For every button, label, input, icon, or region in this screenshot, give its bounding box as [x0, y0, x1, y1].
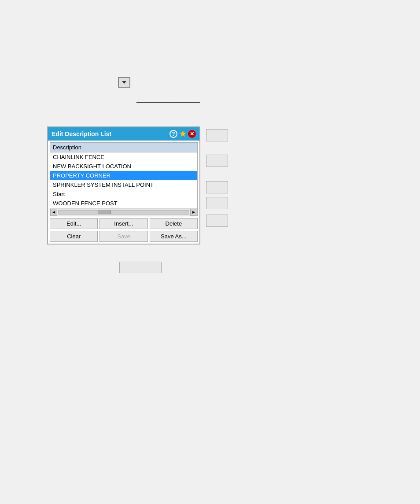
- right-button-4[interactable]: [206, 197, 228, 209]
- right-button-5[interactable]: [206, 215, 228, 227]
- scroll-right-arrow[interactable]: ▶: [190, 209, 197, 216]
- right-button-3[interactable]: [206, 181, 228, 193]
- list-item[interactable]: NEW BACKSIGHT LOCATION: [50, 162, 197, 171]
- list-items: CHAINLINK FENCE NEW BACKSIGHT LOCATION P…: [50, 152, 197, 208]
- right-button-1[interactable]: [206, 129, 228, 141]
- dialog-title-icons: ? ★ ✕: [169, 129, 196, 139]
- list-item[interactable]: Start: [50, 189, 197, 199]
- star-icon[interactable]: ★: [179, 129, 186, 139]
- scroll-track[interactable]: [58, 210, 189, 215]
- scroll-left-arrow[interactable]: ◀: [50, 209, 57, 216]
- close-icon[interactable]: ✕: [188, 130, 196, 138]
- save-as-button[interactable]: Save As...: [150, 231, 198, 242]
- buttons-row-1: Edit... Insert... Delete: [50, 218, 198, 229]
- bottom-button[interactable]: [119, 262, 162, 273]
- dropdown-button[interactable]: [118, 77, 130, 88]
- help-icon[interactable]: ?: [169, 130, 177, 138]
- list-item[interactable]: CHAINLINK FENCE: [50, 152, 197, 162]
- list-item[interactable]: PROPERTY CORNER: [50, 171, 197, 180]
- list-item[interactable]: SPRINKLER SYSTEM INSTALL POINT: [50, 180, 197, 189]
- dialog-title-text: Edit Description List: [52, 130, 169, 137]
- underline-field: ____________________: [136, 96, 200, 103]
- scroll-thumb: [98, 211, 111, 214]
- save-button[interactable]: Save: [99, 231, 147, 242]
- description-list-container: Description CHAINLINK FENCE NEW BACKSIGH…: [50, 142, 198, 216]
- chevron-down-icon: [122, 81, 126, 84]
- dialog-titlebar: Edit Description List ? ★ ✕: [48, 127, 199, 141]
- edit-description-dialog: Edit Description List ? ★ ✕ Description …: [47, 126, 200, 245]
- delete-button[interactable]: Delete: [150, 218, 198, 229]
- dialog-content: Description CHAINLINK FENCE NEW BACKSIGH…: [48, 141, 199, 244]
- right-button-2[interactable]: [206, 155, 228, 167]
- edit-button[interactable]: Edit...: [50, 218, 98, 229]
- list-scrollbar: ◀ ▶: [50, 208, 197, 216]
- buttons-row-2: Clear Save Save As...: [50, 231, 198, 242]
- clear-button[interactable]: Clear: [50, 231, 98, 242]
- list-item[interactable]: WOODEN FENCE POST: [50, 199, 197, 208]
- list-header: Description: [50, 143, 197, 152]
- insert-button[interactable]: Insert...: [99, 218, 147, 229]
